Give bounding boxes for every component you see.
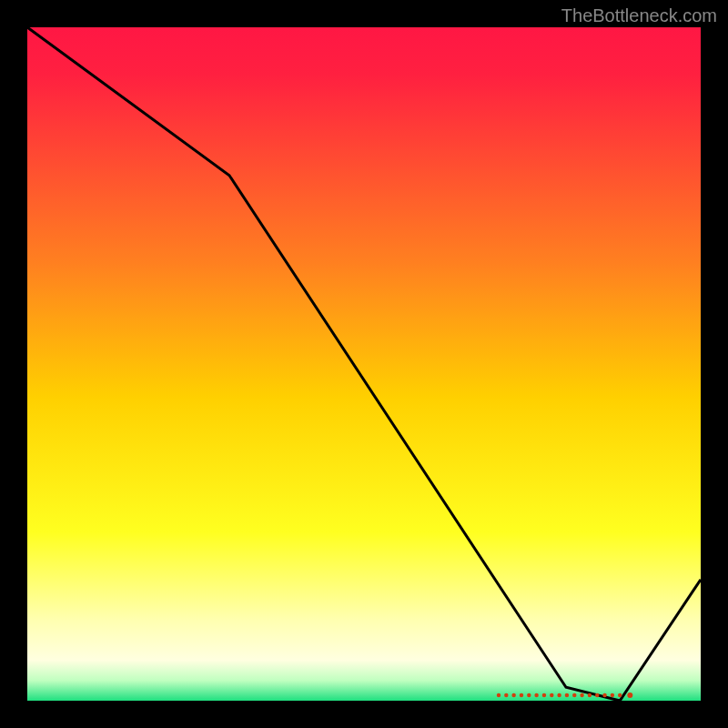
svg-point-16 xyxy=(618,693,622,697)
svg-point-3 xyxy=(520,693,523,697)
watermark-text: TheBottleneck.com xyxy=(561,5,717,26)
svg-point-0 xyxy=(497,693,500,697)
svg-point-6 xyxy=(542,693,546,697)
svg-point-4 xyxy=(527,693,531,697)
plot-area xyxy=(27,27,701,701)
svg-point-1 xyxy=(504,693,508,697)
svg-point-17 xyxy=(627,693,632,698)
svg-point-5 xyxy=(534,693,538,697)
svg-point-12 xyxy=(588,693,592,697)
svg-point-9 xyxy=(565,693,569,697)
svg-point-8 xyxy=(557,693,561,697)
svg-point-7 xyxy=(550,693,553,697)
chart-svg xyxy=(0,0,728,728)
svg-point-14 xyxy=(602,693,606,697)
svg-point-2 xyxy=(511,693,515,697)
svg-point-13 xyxy=(595,693,599,697)
svg-point-15 xyxy=(611,693,614,697)
svg-point-10 xyxy=(572,693,576,697)
chart-container: TheBottleneck.com xyxy=(0,0,728,728)
svg-point-11 xyxy=(580,693,583,697)
